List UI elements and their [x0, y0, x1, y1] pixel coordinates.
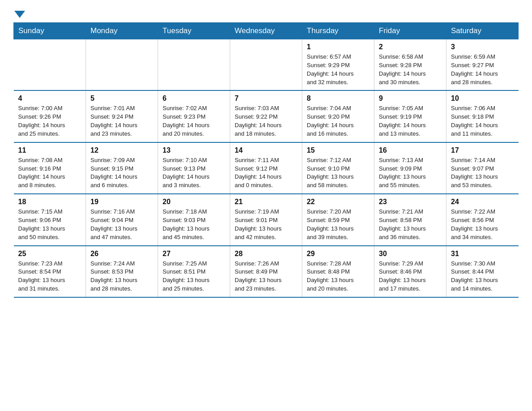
day-number: 31 — [451, 250, 514, 258]
day-cell: 3Sunrise: 6:59 AM Sunset: 9:27 PM Daylig… — [446, 39, 519, 91]
day-number: 11 — [18, 146, 82, 154]
day-cell: 15Sunrise: 7:12 AM Sunset: 9:10 PM Dayli… — [302, 142, 374, 194]
day-cell: 26Sunrise: 7:24 AM Sunset: 8:53 PM Dayli… — [86, 246, 158, 297]
day-cell: 4Sunrise: 7:00 AM Sunset: 9:26 PM Daylig… — [14, 90, 86, 142]
day-number: 23 — [379, 198, 442, 206]
day-info: Sunrise: 7:03 AM Sunset: 9:22 PM Dayligh… — [235, 104, 297, 138]
day-number: 5 — [90, 94, 153, 103]
calendar-table: SundayMondayTuesdayWednesdayThursdayFrid… — [13, 22, 519, 298]
day-cell: 20Sunrise: 7:18 AM Sunset: 9:03 PM Dayli… — [158, 194, 230, 245]
day-info: Sunrise: 7:19 AM Sunset: 9:01 PM Dayligh… — [235, 208, 297, 241]
day-info: Sunrise: 7:30 AM Sunset: 8:44 PM Dayligh… — [451, 260, 514, 293]
day-number: 1 — [307, 43, 369, 51]
day-info: Sunrise: 7:16 AM Sunset: 9:04 PM Dayligh… — [90, 208, 153, 241]
day-info: Sunrise: 7:08 AM Sunset: 9:16 PM Dayligh… — [18, 156, 82, 190]
day-cell — [86, 39, 158, 91]
day-number: 2 — [379, 43, 442, 51]
day-info: Sunrise: 7:13 AM Sunset: 9:09 PM Dayligh… — [379, 156, 442, 190]
col-header-thursday: Thursday — [302, 23, 374, 39]
day-cell: 6Sunrise: 7:02 AM Sunset: 9:23 PM Daylig… — [158, 90, 230, 142]
col-header-tuesday: Tuesday — [158, 23, 230, 39]
day-info: Sunrise: 7:18 AM Sunset: 9:03 PM Dayligh… — [163, 208, 225, 241]
day-cell: 11Sunrise: 7:08 AM Sunset: 9:16 PM Dayli… — [14, 142, 86, 194]
day-number: 30 — [379, 250, 442, 258]
day-cell: 25Sunrise: 7:23 AM Sunset: 8:54 PM Dayli… — [14, 246, 86, 297]
day-number: 16 — [379, 146, 442, 154]
day-number: 18 — [18, 198, 82, 206]
day-info: Sunrise: 7:04 AM Sunset: 9:20 PM Dayligh… — [307, 104, 369, 138]
day-info: Sunrise: 7:21 AM Sunset: 8:58 PM Dayligh… — [379, 208, 442, 241]
day-info: Sunrise: 7:28 AM Sunset: 8:48 PM Dayligh… — [307, 260, 369, 293]
day-cell: 12Sunrise: 7:09 AM Sunset: 9:15 PM Dayli… — [86, 142, 158, 194]
day-number: 3 — [451, 43, 514, 51]
week-row-2: 4Sunrise: 7:00 AM Sunset: 9:26 PM Daylig… — [14, 90, 519, 142]
day-cell: 16Sunrise: 7:13 AM Sunset: 9:09 PM Dayli… — [374, 142, 446, 194]
day-number: 10 — [451, 94, 514, 103]
day-number: 20 — [163, 198, 225, 206]
day-number: 21 — [235, 198, 297, 206]
day-number: 14 — [235, 146, 297, 154]
day-info: Sunrise: 7:24 AM Sunset: 8:53 PM Dayligh… — [90, 260, 153, 293]
day-info: Sunrise: 7:25 AM Sunset: 8:51 PM Dayligh… — [163, 260, 225, 293]
day-info: Sunrise: 7:23 AM Sunset: 8:54 PM Dayligh… — [18, 260, 82, 293]
day-number: 4 — [18, 94, 82, 103]
day-cell: 14Sunrise: 7:11 AM Sunset: 9:12 PM Dayli… — [230, 142, 302, 194]
day-number: 26 — [90, 250, 153, 258]
day-info: Sunrise: 7:26 AM Sunset: 8:49 PM Dayligh… — [235, 260, 297, 293]
day-info: Sunrise: 6:58 AM Sunset: 9:28 PM Dayligh… — [379, 53, 442, 86]
day-cell: 24Sunrise: 7:22 AM Sunset: 8:56 PM Dayli… — [446, 194, 519, 245]
week-row-1: 1Sunrise: 6:57 AM Sunset: 9:29 PM Daylig… — [14, 39, 519, 91]
logo-arrow-icon — [14, 11, 25, 18]
day-number: 25 — [18, 250, 82, 258]
day-cell: 17Sunrise: 7:14 AM Sunset: 9:07 PM Dayli… — [446, 142, 519, 194]
col-header-wednesday: Wednesday — [230, 23, 302, 39]
day-cell: 13Sunrise: 7:10 AM Sunset: 9:13 PM Dayli… — [158, 142, 230, 194]
day-info: Sunrise: 7:10 AM Sunset: 9:13 PM Dayligh… — [163, 156, 225, 190]
day-info: Sunrise: 7:20 AM Sunset: 8:59 PM Dayligh… — [307, 208, 369, 241]
day-number: 24 — [451, 198, 514, 206]
day-info: Sunrise: 7:12 AM Sunset: 9:10 PM Dayligh… — [307, 156, 369, 190]
day-cell: 21Sunrise: 7:19 AM Sunset: 9:01 PM Dayli… — [230, 194, 302, 245]
col-header-friday: Friday — [374, 23, 446, 39]
logo — [13, 9, 26, 14]
col-header-sunday: Sunday — [14, 23, 86, 39]
week-row-3: 11Sunrise: 7:08 AM Sunset: 9:16 PM Dayli… — [14, 142, 519, 194]
day-number: 6 — [163, 94, 225, 103]
day-cell: 22Sunrise: 7:20 AM Sunset: 8:59 PM Dayli… — [302, 194, 374, 245]
day-cell: 29Sunrise: 7:28 AM Sunset: 8:48 PM Dayli… — [302, 246, 374, 297]
day-cell: 7Sunrise: 7:03 AM Sunset: 9:22 PM Daylig… — [230, 90, 302, 142]
day-number: 9 — [379, 94, 442, 103]
day-number: 7 — [235, 94, 297, 103]
day-info: Sunrise: 7:09 AM Sunset: 9:15 PM Dayligh… — [90, 156, 153, 190]
day-cell: 5Sunrise: 7:01 AM Sunset: 9:24 PM Daylig… — [86, 90, 158, 142]
day-number: 28 — [235, 250, 297, 258]
day-number: 13 — [163, 146, 225, 154]
day-number: 29 — [307, 250, 369, 258]
day-number: 27 — [163, 250, 225, 258]
day-info: Sunrise: 7:02 AM Sunset: 9:23 PM Dayligh… — [163, 104, 225, 138]
day-info: Sunrise: 6:59 AM Sunset: 9:27 PM Dayligh… — [451, 53, 514, 86]
day-cell: 31Sunrise: 7:30 AM Sunset: 8:44 PM Dayli… — [446, 246, 519, 297]
day-cell — [230, 39, 302, 91]
day-info: Sunrise: 7:05 AM Sunset: 9:19 PM Dayligh… — [379, 104, 442, 138]
day-cell: 1Sunrise: 6:57 AM Sunset: 9:29 PM Daylig… — [302, 39, 374, 91]
day-info: Sunrise: 7:22 AM Sunset: 8:56 PM Dayligh… — [451, 208, 514, 241]
day-info: Sunrise: 7:14 AM Sunset: 9:07 PM Dayligh… — [451, 156, 514, 190]
day-cell: 10Sunrise: 7:06 AM Sunset: 9:18 PM Dayli… — [446, 90, 519, 142]
day-info: Sunrise: 7:01 AM Sunset: 9:24 PM Dayligh… — [90, 104, 153, 138]
day-cell: 30Sunrise: 7:29 AM Sunset: 8:46 PM Dayli… — [374, 246, 446, 297]
day-cell: 2Sunrise: 6:58 AM Sunset: 9:28 PM Daylig… — [374, 39, 446, 91]
day-cell: 18Sunrise: 7:15 AM Sunset: 9:06 PM Dayli… — [14, 194, 86, 245]
day-number: 19 — [90, 198, 153, 206]
day-cell: 23Sunrise: 7:21 AM Sunset: 8:58 PM Dayli… — [374, 194, 446, 245]
week-row-5: 25Sunrise: 7:23 AM Sunset: 8:54 PM Dayli… — [14, 246, 519, 297]
day-cell — [158, 39, 230, 91]
day-info: Sunrise: 7:06 AM Sunset: 9:18 PM Dayligh… — [451, 104, 514, 138]
day-cell — [14, 39, 86, 91]
day-info: Sunrise: 6:57 AM Sunset: 9:29 PM Dayligh… — [307, 53, 369, 86]
day-info: Sunrise: 7:15 AM Sunset: 9:06 PM Dayligh… — [18, 208, 82, 241]
col-header-saturday: Saturday — [446, 23, 519, 39]
day-info: Sunrise: 7:00 AM Sunset: 9:26 PM Dayligh… — [18, 104, 82, 138]
page-header — [13, 9, 519, 14]
day-cell: 9Sunrise: 7:05 AM Sunset: 9:19 PM Daylig… — [374, 90, 446, 142]
